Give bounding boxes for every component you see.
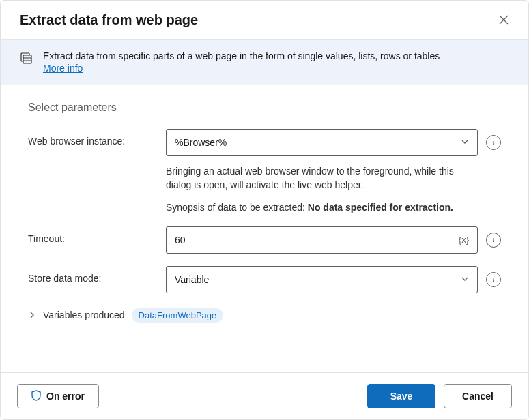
section-heading: Select parameters [28,102,501,114]
chevron-down-icon [461,274,469,285]
banner-text: Extract data from specific parts of a we… [43,50,509,74]
timeout-info-icon[interactable]: i [486,232,501,247]
dialog-title: Extract data from web page [20,12,198,28]
on-error-button[interactable]: On error [17,384,99,408]
timeout-input[interactable]: 60 {x} [166,226,478,254]
table-icon [20,52,33,68]
variable-chip[interactable]: DataFromWebPage [132,308,224,322]
save-label: Save [390,391,413,402]
store-mode-label: Store data mode: [28,266,158,284]
browser-helper-line1: Bringing an actual web browser window to… [166,164,470,192]
close-icon [498,14,509,25]
browser-label: Web browser instance: [28,129,158,147]
timeout-value: 60 [175,235,186,245]
chevron-down-icon [461,137,469,148]
browser-dropdown[interactable]: %Browser% [166,129,478,156]
store-mode-info-icon[interactable]: i [486,272,501,287]
field-timeout: Timeout: 60 {x} i [28,226,501,254]
save-button[interactable]: Save [367,384,435,408]
dialog: Extract data from web page Extract data … [0,0,529,420]
field-browser: Web browser instance: %Browser% i [28,129,501,156]
close-button[interactable] [496,12,512,28]
browser-value: %Browser% [175,137,227,148]
dialog-body: Select parameters Web browser instance: … [1,85,528,372]
expand-caret[interactable] [28,311,36,319]
browser-info-icon[interactable]: i [486,135,501,150]
dialog-footer: On error Save Cancel [1,372,528,419]
more-info-link[interactable]: More info [43,63,83,74]
variables-produced-row: Variables produced DataFromWebPage [28,308,501,322]
field-store-mode: Store data mode: Variable i [28,266,501,293]
timeout-label: Timeout: [28,226,158,244]
browser-synopsis: Synopsis of data to be extracted: No dat… [166,200,470,214]
svg-rect-1 [23,55,31,63]
on-error-label: On error [46,391,85,402]
dialog-header: Extract data from web page [1,1,528,39]
footer-right: Save Cancel [367,384,512,408]
banner-description: Extract data from specific parts of a we… [43,50,440,61]
variable-token-icon[interactable]: {x} [459,235,469,245]
cancel-label: Cancel [462,391,494,402]
variables-produced-label: Variables produced [43,310,125,320]
shield-icon [31,390,41,403]
browser-helper: Bringing an actual web browser window to… [28,164,501,214]
cancel-button[interactable]: Cancel [444,384,512,408]
info-banner: Extract data from specific parts of a we… [1,39,528,85]
store-mode-dropdown[interactable]: Variable [166,266,478,293]
store-mode-value: Variable [175,274,209,285]
